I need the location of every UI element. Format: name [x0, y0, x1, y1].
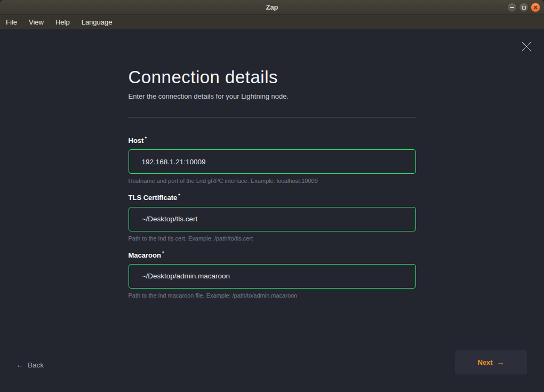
maximize-icon	[522, 6, 526, 10]
window-titlebar: Zap ✕	[0, 0, 544, 15]
form-panel: Connection details Enter the connection …	[129, 29, 416, 299]
macaroon-field-group: Macaroon* Path to the lnd macaroon file.…	[129, 251, 416, 299]
macaroon-label-text: Macaroon	[129, 251, 161, 259]
minimize-icon	[510, 7, 514, 8]
divider	[129, 117, 416, 117]
menu-file[interactable]: File	[0, 15, 23, 29]
next-button-label: Next	[477, 358, 492, 366]
tls-certificate-helper-text: Path to the lnd tls cert. Example: /path…	[129, 235, 416, 242]
next-button[interactable]: Next →	[455, 350, 527, 374]
page-subtitle: Enter the connection details for your Li…	[129, 92, 416, 100]
back-button-label: Back	[28, 361, 44, 369]
close-window-icon: ✕	[533, 5, 538, 11]
macaroon-helper-text: Path to the lnd macaroon file. Example: …	[129, 292, 416, 299]
menu-language[interactable]: Language	[76, 15, 118, 29]
required-asterisk: *	[145, 135, 147, 141]
minimize-button[interactable]	[507, 3, 517, 12]
host-helper-text: Hostname and port of the Lnd gRPC interf…	[129, 178, 416, 184]
tls-certificate-input[interactable]	[129, 207, 416, 231]
host-label-text: Host	[129, 137, 144, 145]
menu-view[interactable]: View	[23, 15, 50, 29]
window-title: Zap	[266, 3, 278, 11]
tls-certificate-label-text: TLS Certificate	[129, 194, 178, 202]
macaroon-label: Macaroon*	[129, 251, 416, 259]
tls-certificate-label: TLS Certificate*	[129, 193, 416, 202]
close-window-button[interactable]: ✕	[531, 3, 540, 12]
menu-bar: File View Help Language	[0, 15, 544, 29]
page-title: Connection details	[129, 67, 416, 87]
dialog-close-icon	[521, 41, 532, 52]
host-label: Host*	[129, 136, 416, 145]
required-asterisk: *	[162, 250, 164, 255]
window-controls: ✕	[507, 3, 540, 12]
menu-help[interactable]: Help	[50, 15, 76, 29]
form-fields: Host* Hostname and port of the Lnd gRPC …	[129, 136, 416, 299]
host-input[interactable]	[129, 149, 416, 174]
required-asterisk: *	[178, 193, 180, 198]
macaroon-input[interactable]	[129, 264, 416, 289]
next-arrow-icon: →	[497, 358, 505, 366]
back-arrow-icon: ←	[16, 361, 23, 369]
maximize-button[interactable]	[519, 3, 529, 12]
connection-details-screen: Connection details Enter the connection …	[0, 29, 544, 392]
host-field-group: Host* Hostname and port of the Lnd gRPC …	[129, 136, 416, 184]
dialog-close-button[interactable]	[521, 41, 532, 52]
tls-certificate-field-group: TLS Certificate* Path to the lnd tls cer…	[129, 193, 416, 241]
back-button[interactable]: ← Back	[16, 361, 44, 369]
